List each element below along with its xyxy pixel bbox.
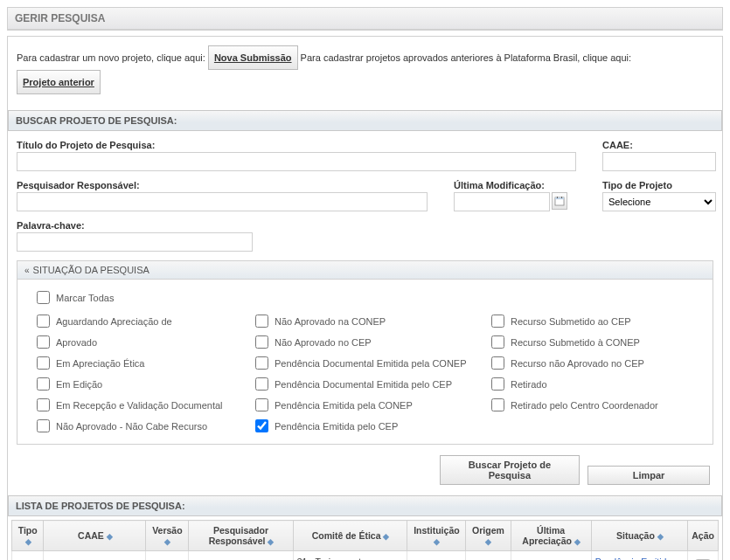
col-situacao[interactable]: Situação ◆ (591, 521, 688, 551)
situacao-fieldset: «SITUAÇÃO DA PESQUISA Marcar Todas Aguar… (17, 260, 713, 445)
caae-input[interactable] (602, 152, 716, 171)
search-form: Título do Projeto de Pesquisa: CAAE: Pes… (8, 131, 722, 495)
sort-icon: ◆ (25, 537, 31, 546)
collapse-icon[interactable]: « (24, 266, 30, 275)
marcar-todas-label: Marcar Todas (56, 293, 114, 303)
intro-text-2: Para cadastrar projetos aprovados anteri… (301, 52, 631, 63)
ultima-mod-input[interactable] (454, 192, 550, 211)
palavra-label: Palavra-chave: (17, 220, 253, 231)
chk-recurso-conep[interactable] (491, 335, 504, 349)
cell-caae: 00716212.5.0000.0031 (44, 551, 146, 561)
calendar-icon[interactable] (552, 192, 567, 210)
col-ultima-apreciacao[interactable]: Última Apreciação ◆ (511, 521, 591, 551)
title-label: Título do Projeto de Pesquisa: (17, 140, 576, 150)
pesquisador-label: Pesquisador Responsável: (17, 180, 428, 190)
chk-retirado[interactable] (491, 377, 504, 391)
cell-tipo: P (12, 551, 44, 561)
chk-recurso-cep[interactable] (491, 315, 504, 328)
cell-ua: PO (511, 551, 591, 561)
col-versao[interactable]: Versão ◆ (146, 521, 189, 551)
col-pesquisador[interactable]: Pesquisador Responsável ◆ (189, 521, 293, 551)
chk-pend-doc-conep[interactable] (255, 356, 268, 370)
chk-retirado-coord[interactable] (491, 398, 504, 411)
table-header-row: Tipo ◆ CAAE ◆ Versão ◆ Pesquisador Respo… (12, 521, 719, 551)
chk-aprovado[interactable] (37, 335, 50, 349)
chk-pend-cep[interactable] (255, 419, 268, 432)
col-origem[interactable]: Origem ◆ (466, 521, 511, 551)
col-tipo[interactable]: Tipo ◆ (12, 521, 44, 551)
chk-pend-conep[interactable] (255, 398, 268, 411)
nova-submissao-button[interactable]: Nova Submissão (208, 45, 298, 70)
cell-origem: PO (466, 551, 511, 561)
page-title: GERIR PESQUISA (8, 8, 722, 30)
col-instituicao[interactable]: Instituição ◆ (407, 521, 466, 551)
tipo-label: Tipo de Projeto (602, 180, 730, 190)
ultima-mod-label: Última Modificação: (454, 180, 576, 190)
chk-nao-aprov-cep[interactable] (255, 335, 268, 349)
cell-inst (407, 551, 466, 561)
palavra-input[interactable] (17, 232, 253, 252)
cell-pr: Jurema Pesquisador (189, 551, 293, 561)
projeto-anterior-button[interactable]: Projeto anterior (17, 70, 101, 94)
chk-edicao[interactable] (37, 377, 50, 391)
chk-pend-doc-cep[interactable] (255, 377, 268, 391)
col-acao: Ação (688, 521, 719, 551)
situacao-link[interactable]: Pendência Emitida pelo CEP (595, 557, 672, 560)
page-header: GERIR PESQUISA (7, 7, 723, 31)
chk-aguardando[interactable] (37, 315, 50, 328)
intro-text-1: Para cadastrar um novo projeto, clique a… (17, 52, 205, 63)
caae-label: CAAE: (602, 140, 716, 150)
cell-comite: 31 - Treinamento Plataforma Brasil (293, 551, 407, 561)
svg-rect-1 (555, 197, 564, 199)
results-table: Tipo ◆ CAAE ◆ Versão ◆ Pesquisador Respo… (11, 520, 719, 560)
tipo-select[interactable]: Selecione (602, 192, 716, 211)
title-input[interactable] (17, 152, 576, 171)
chk-recepcao[interactable] (37, 398, 50, 411)
table-row: P 00716212.5.0000.0031 4 Jurema Pesquisa… (12, 551, 719, 561)
list-heading: LISTA DE PROJETOS DE PESQUISA: (8, 495, 722, 516)
pesquisador-input[interactable] (17, 192, 428, 211)
buscar-button[interactable]: Buscar Projeto de Pesquisa (440, 455, 580, 485)
search-heading: BUSCAR PROJETO DE PESQUISA: (8, 110, 722, 131)
marcar-todas-checkbox[interactable] (37, 291, 50, 304)
col-caae[interactable]: CAAE ◆ (44, 521, 146, 551)
chk-nao-aprov-conep[interactable] (255, 315, 268, 328)
intro-box: Para cadastrar um novo projeto, clique a… (8, 37, 722, 103)
chk-recurso-nao-aprov[interactable] (491, 356, 504, 370)
limpar-button[interactable]: Limpar (587, 466, 710, 485)
chk-apreciacao[interactable] (37, 356, 50, 370)
situacao-heading: «SITUAÇÃO DA PESQUISA (17, 261, 713, 280)
col-comite[interactable]: Comitê de Ética ◆ (293, 521, 407, 551)
cell-versao: 4 (146, 551, 189, 561)
chk-nao-aprov-recurso[interactable] (37, 419, 50, 432)
